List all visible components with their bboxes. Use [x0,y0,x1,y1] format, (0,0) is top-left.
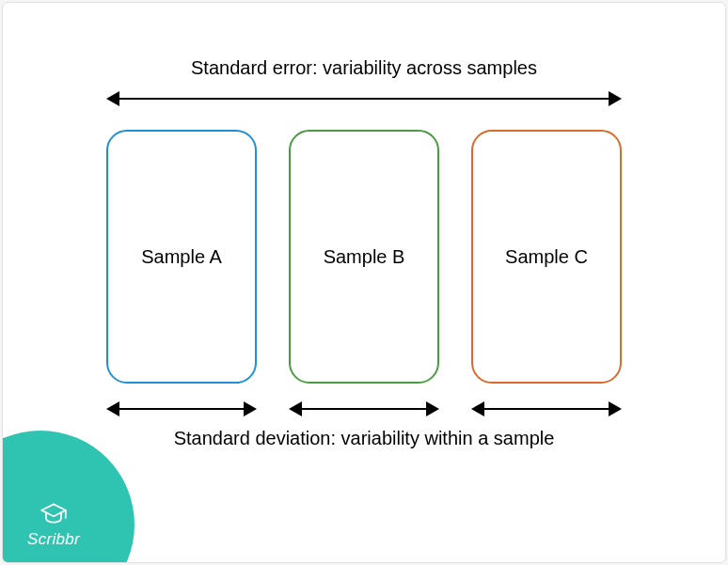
brand-name: Scribbr [27,530,80,549]
sample-a-arrow [106,400,257,418]
arrow-line [298,408,430,410]
graduation-cap-icon [39,500,69,526]
standard-error-label: Standard error: variability across sampl… [3,57,725,79]
arrow-line [481,408,612,410]
brand-logo: Scribbr [27,500,80,549]
standard-deviation-label: Standard deviation: variability within a… [3,428,725,449]
sample-c-label: Sample C [505,246,588,268]
sample-c-box: Sample C [471,130,622,384]
arrow-right-head-icon [609,91,622,106]
sample-b-box: Sample B [289,130,439,384]
sample-b-arrow [289,400,439,418]
within-sample-arrows [106,400,622,418]
arrow-line [116,98,612,100]
sample-a-box: Sample A [106,130,257,384]
across-samples-arrow [106,89,622,108]
diagram-area: Standard error: variability across sampl… [3,3,725,562]
diagram-card: Standard error: variability across sampl… [2,2,726,563]
arrow-right-head-icon [426,401,439,416]
arrow-right-head-icon [609,401,622,416]
arrow-right-head-icon [244,401,257,416]
arrow-line [116,408,247,410]
samples-row: Sample A Sample B Sample C [106,130,622,384]
sample-a-label: Sample A [141,246,222,268]
sample-c-arrow [471,400,622,418]
sample-b-label: Sample B [324,246,405,268]
